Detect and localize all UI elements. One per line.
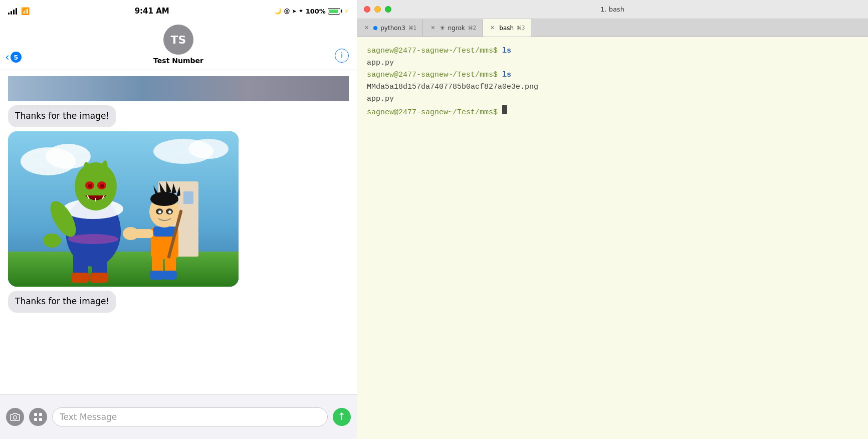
send-icon: ↑ [338, 411, 346, 421]
maximize-button[interactable] [385, 6, 391, 13]
terminal-line-2: sagnew@2477-sagnew~/Test/mms$ ls [367, 69, 858, 81]
svg-point-43 [168, 210, 171, 213]
svg-point-4 [188, 139, 229, 159]
terminal-prompt-3: sagnew@2477-sagnew~/Test/mms$ [367, 107, 502, 119]
svg-rect-48 [150, 271, 164, 280]
svg-rect-29 [71, 273, 89, 283]
text-message-input[interactable]: Text Message [52, 407, 328, 426]
svg-point-11 [75, 162, 117, 210]
appstore-button[interactable] [29, 408, 47, 426]
send-button[interactable]: ↑ [333, 408, 351, 426]
svg-rect-53 [39, 413, 42, 416]
svg-point-2 [46, 144, 91, 169]
camera-button[interactable] [6, 408, 24, 426]
terminal-output-2: MMda5a18d157da7407785b0acf827a0e3e.png [367, 81, 858, 93]
svg-rect-8 [183, 191, 193, 204]
tab-label-python3: python3 [380, 25, 405, 32]
charging-icon: ⚡ [344, 8, 349, 15]
tab-shortcut-bash: ⌘3 [517, 25, 525, 31]
terminal-panel: 1. bash ✕ python3 ⌘1 ✕ ✳ ngrok ⌘2 ✕ bash… [357, 0, 868, 439]
svg-rect-49 [163, 271, 177, 280]
terminal-output-text-2: MMda5a18d157da7407785b0acf827a0e3e.png [367, 81, 538, 93]
svg-point-34 [150, 192, 178, 206]
terminal-cursor [502, 105, 507, 114]
tab-close-ngrok[interactable]: ✕ [429, 24, 437, 32]
status-right: 🌙 @ ➤ ✦ 100% ⚡ [274, 8, 349, 15]
svg-point-16 [88, 184, 92, 188]
terminal-titlebar: 1. bash [357, 0, 868, 19]
terminal-cmd-1: ls [502, 45, 511, 57]
svg-rect-25 [54, 236, 58, 246]
svg-rect-5 [8, 252, 239, 287]
back-badge: 5 [11, 52, 22, 63]
terminal-body[interactable]: sagnew@2477-sagnew~/Test/mms$ ls app.py … [357, 37, 868, 439]
terminal-prompt-2: sagnew@2477-sagnew~/Test/mms$ [367, 69, 502, 81]
signal-icon [8, 8, 17, 15]
terminal-window-title: 1. bash [600, 6, 624, 13]
minimize-button[interactable] [374, 6, 381, 13]
svg-rect-54 [34, 418, 37, 421]
tab-ngrok[interactable]: ✕ ✳ ngrok ⌘2 [423, 19, 483, 37]
messages-area: Thanks for the image! [0, 70, 357, 394]
tab-shortcut-python3: ⌘1 [408, 25, 416, 31]
contact-avatar: TS [163, 25, 193, 55]
tab-python3[interactable]: ✕ python3 ⌘1 [357, 19, 423, 37]
bluetooth-icon: ✦ [299, 8, 304, 15]
svg-point-45 [123, 227, 139, 240]
svg-point-17 [100, 184, 104, 188]
svg-rect-52 [34, 413, 37, 416]
mms-image-message[interactable] [8, 131, 239, 287]
svg-point-51 [14, 415, 17, 419]
terminal-output-1: app.py [367, 57, 858, 69]
contact-name: Test Number [153, 57, 203, 65]
terminal-line-1: sagnew@2477-sagnew~/Test/mms$ ls [367, 45, 858, 57]
tab-close-python3[interactable]: ✕ [363, 24, 370, 32]
location-icon: ➤ [292, 8, 296, 15]
battery-icon [328, 8, 342, 15]
terminal-tabs: ✕ python3 ⌘1 ✕ ✳ ngrok ⌘2 ✕ bash ⌘3 [357, 19, 868, 37]
message-bubble-2: Thanks for the image! [8, 291, 116, 313]
nav-header: ‹ 5 TS Test Number i [0, 22, 357, 70]
ngrok-spinner-icon: ✳ [440, 25, 445, 32]
svg-rect-30 [90, 273, 108, 283]
back-chevron-icon: ‹ [5, 52, 10, 63]
moon-icon: 🌙 [274, 8, 282, 15]
battery-percent: 100% [306, 8, 326, 15]
back-button[interactable]: ‹ 5 [5, 52, 22, 63]
status-bar: 📶 9:41 AM 🌙 @ ➤ ✦ 100% ⚡ [0, 0, 357, 22]
contact-header-image [8, 76, 349, 101]
tab-label-ngrok: ngrok [448, 25, 465, 32]
svg-rect-55 [39, 418, 42, 421]
terminal-line-3: sagnew@2477-sagnew~/Test/mms$ [367, 105, 858, 119]
svg-rect-32 [153, 227, 176, 237]
status-time: 9:41 AM [135, 7, 169, 16]
wifi-icon: 📶 [21, 7, 30, 15]
svg-point-42 [158, 210, 161, 213]
info-button[interactable]: i [335, 49, 349, 63]
svg-rect-24 [49, 236, 53, 246]
terminal-output-text-1: app.py [367, 57, 394, 69]
tab-bash[interactable]: ✕ bash ⌘3 [483, 19, 531, 37]
input-bar: Text Message ↑ [0, 394, 357, 439]
tab-close-bash[interactable]: ✕ [489, 24, 496, 32]
at-icon: @ [284, 8, 290, 15]
terminal-cmd-2: ls [502, 69, 511, 81]
mms-image [8, 131, 239, 287]
terminal-output-text-3: app.py [367, 93, 394, 105]
dragonball-image-svg [8, 131, 239, 287]
text-input-placeholder: Text Message [60, 412, 117, 422]
terminal-output-3: app.py [367, 93, 858, 105]
message-bubble: Thanks for the image! [8, 105, 116, 127]
status-left: 📶 [8, 7, 30, 15]
close-button[interactable] [364, 6, 370, 13]
svg-point-26 [68, 234, 118, 244]
tab-label-bash: bash [499, 25, 514, 32]
terminal-prompt-1: sagnew@2477-sagnew~/Test/mms$ [367, 45, 502, 57]
python3-activity-dot [373, 26, 377, 30]
tab-shortcut-ngrok: ⌘2 [468, 25, 476, 31]
ios-messages-panel: 📶 9:41 AM 🌙 @ ➤ ✦ 100% ⚡ ‹ 5 [0, 0, 357, 439]
